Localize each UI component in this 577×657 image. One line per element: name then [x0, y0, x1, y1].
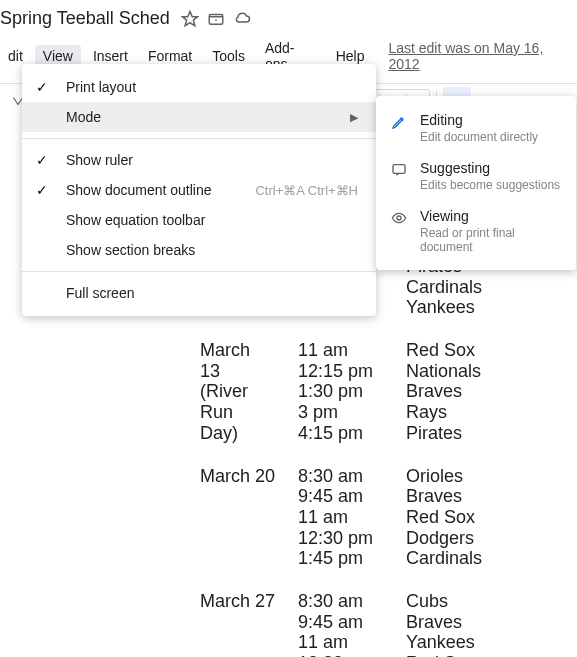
submenu-title: Viewing	[420, 208, 562, 224]
menu-show-ruler[interactable]: ✓ Show ruler	[22, 145, 376, 175]
team-cell: Braves	[406, 381, 577, 402]
date-cell: March 20	[200, 466, 284, 487]
team-cell: Cardinals	[406, 277, 577, 298]
team-cell: Dodgers	[406, 528, 577, 549]
menu-label: Full screen	[66, 285, 134, 301]
menu-label: Show document outline	[66, 182, 212, 198]
submenu-title: Editing	[420, 112, 538, 128]
menu-shortcut: Ctrl+⌘A Ctrl+⌘H	[255, 183, 358, 198]
date-cell: (River	[200, 381, 284, 402]
date-cell: Day)	[200, 423, 284, 444]
date-cell: 13	[200, 361, 284, 382]
menu-full-screen[interactable]: Full screen	[22, 278, 376, 308]
star-icon[interactable]	[180, 9, 200, 29]
team-cell: Braves	[406, 486, 577, 507]
check-icon: ✓	[36, 152, 48, 168]
date-cell: March 27	[200, 591, 284, 612]
menu-label: Show equation toolbar	[66, 212, 205, 228]
menu-label: Show section breaks	[66, 242, 195, 258]
menu-separator	[22, 271, 376, 272]
mode-suggesting[interactable]: Suggesting Edits become suggestions	[376, 152, 576, 200]
svg-point-3	[397, 216, 401, 220]
check-icon: ✓	[36, 182, 48, 198]
schedule-row: March 27 8:30 am 9:45 am 11 am 12:30 pm …	[200, 591, 577, 657]
chevron-right-icon: ▶	[350, 111, 358, 124]
cloud-icon[interactable]	[232, 9, 252, 29]
move-icon[interactable]	[206, 9, 226, 29]
menu-print-layout[interactable]: ✓ Print layout	[22, 72, 376, 102]
date-cell: Run	[200, 402, 284, 423]
menu-label: Show ruler	[66, 152, 133, 168]
menu-label: Mode	[66, 109, 101, 125]
team-cell: Braves	[406, 612, 577, 633]
title-icons	[180, 9, 252, 29]
menu-show-outline[interactable]: ✓ Show document outline Ctrl+⌘A Ctrl+⌘H	[22, 175, 376, 205]
time-cell: 3 pm	[298, 402, 392, 423]
mode-submenu: Editing Edit document directly Suggestin…	[376, 96, 576, 270]
team-cell: Red Sox	[406, 653, 577, 657]
menu-label: Print layout	[66, 79, 136, 95]
time-cell: 11 am	[298, 632, 392, 653]
comment-icon	[390, 161, 408, 179]
team-cell: Cardinals	[406, 548, 577, 569]
menu-mode[interactable]: Mode ▶	[22, 102, 376, 132]
submenu-title: Suggesting	[420, 160, 560, 176]
title-bar: Spring Teeball Sched	[0, 0, 577, 33]
schedule-row: March 20 8:30 am 9:45 am 11 am 12:30 pm …	[200, 466, 577, 569]
time-cell: 1:30 pm	[298, 381, 392, 402]
time-cell: 4:15 pm	[298, 423, 392, 444]
menu-show-section-breaks[interactable]: Show section breaks	[22, 235, 376, 265]
time-cell: 9:45 am	[298, 486, 392, 507]
eye-icon	[390, 209, 408, 227]
time-cell: 1:45 pm	[298, 548, 392, 569]
svg-marker-0	[182, 11, 197, 25]
team-cell: Cubs	[406, 591, 577, 612]
pencil-icon	[390, 113, 408, 131]
time-cell: 8:30 am	[298, 591, 392, 612]
check-icon: ✓	[36, 79, 48, 95]
time-cell: 8:30 am	[298, 466, 392, 487]
view-dropdown: ✓ Print layout Mode ▶ ✓ Show ruler ✓ Sho…	[22, 64, 376, 316]
team-cell: Rays	[406, 402, 577, 423]
submenu-desc: Read or print final document	[420, 226, 562, 254]
menu-separator	[22, 138, 376, 139]
team-cell: Red Sox	[406, 507, 577, 528]
time-cell: 11 am	[298, 340, 392, 361]
team-cell: Red Sox	[406, 340, 577, 361]
time-cell: 12:15 pm	[298, 361, 392, 382]
mode-editing[interactable]: Editing Edit document directly	[376, 104, 576, 152]
schedule-row: March 13 (River Run Day) 11 am 12:15 pm …	[200, 340, 577, 443]
menu-show-equation-toolbar[interactable]: Show equation toolbar	[22, 205, 376, 235]
time-cell: 9:45 am	[298, 612, 392, 633]
doc-title[interactable]: Spring Teeball Sched	[0, 8, 170, 29]
team-cell: Yankees	[406, 297, 577, 318]
mode-viewing[interactable]: Viewing Read or print final document	[376, 200, 576, 262]
last-edit-link[interactable]: Last edit was on May 16, 2012	[388, 40, 573, 72]
date-cell: March	[200, 340, 284, 361]
time-cell: 12:30 pm	[298, 528, 392, 549]
submenu-desc: Edits become suggestions	[420, 178, 560, 192]
time-cell: 12:30 pm	[298, 653, 392, 657]
team-cell: Nationals	[406, 361, 577, 382]
team-cell: Pirates	[406, 423, 577, 444]
team-cell: Orioles	[406, 466, 577, 487]
team-cell: Yankees	[406, 632, 577, 653]
submenu-desc: Edit document directly	[420, 130, 538, 144]
time-cell: 11 am	[298, 507, 392, 528]
svg-rect-2	[393, 165, 405, 174]
